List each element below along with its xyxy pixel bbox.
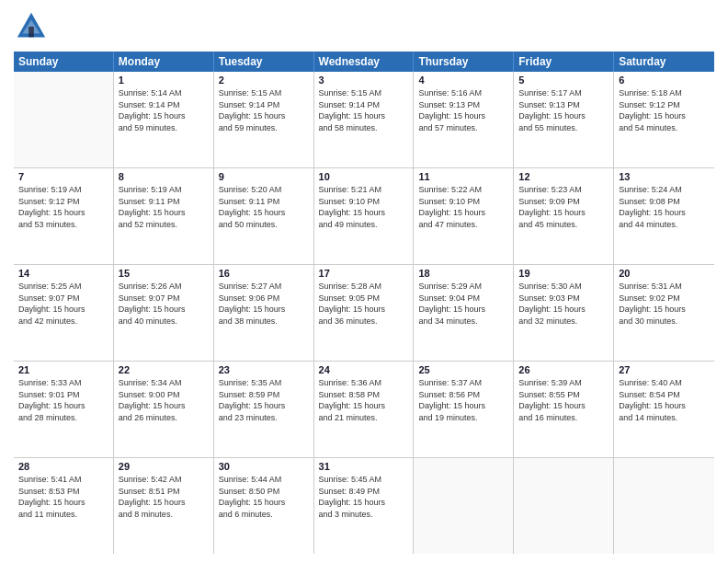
cal-row-3: 21Sunrise: 5:33 AM Sunset: 9:01 PM Dayli… xyxy=(14,362,714,458)
day-info: Sunrise: 5:34 AM Sunset: 9:00 PM Dayligh… xyxy=(119,377,209,423)
day-info: Sunrise: 5:18 AM Sunset: 9:12 PM Dayligh… xyxy=(619,87,710,133)
cal-cell-9: 9Sunrise: 5:20 AM Sunset: 9:11 PM Daylig… xyxy=(214,168,314,264)
cal-cell-24: 24Sunrise: 5:36 AM Sunset: 8:58 PM Dayli… xyxy=(314,362,415,457)
day-number: 3 xyxy=(319,75,409,86)
cal-cell-8: 8Sunrise: 5:19 AM Sunset: 9:11 PM Daylig… xyxy=(114,168,214,264)
cal-cell-21: 21Sunrise: 5:33 AM Sunset: 9:01 PM Dayli… xyxy=(14,362,114,457)
day-info: Sunrise: 5:45 AM Sunset: 8:49 PM Dayligh… xyxy=(319,474,409,520)
cal-cell-31: 31Sunrise: 5:45 AM Sunset: 8:49 PM Dayli… xyxy=(314,458,415,554)
cal-cell-18: 18Sunrise: 5:29 AM Sunset: 9:04 PM Dayli… xyxy=(414,265,514,361)
day-number: 29 xyxy=(119,461,209,472)
day-info: Sunrise: 5:33 AM Sunset: 9:01 PM Dayligh… xyxy=(18,377,108,423)
day-info: Sunrise: 5:30 AM Sunset: 9:03 PM Dayligh… xyxy=(518,281,609,327)
day-info: Sunrise: 5:19 AM Sunset: 9:12 PM Dayligh… xyxy=(18,184,108,230)
logo xyxy=(14,9,52,44)
day-info: Sunrise: 5:17 AM Sunset: 9:13 PM Dayligh… xyxy=(518,87,609,133)
cal-header-wednesday: Wednesday xyxy=(314,52,415,72)
cal-cell-5: 5Sunrise: 5:17 AM Sunset: 9:13 PM Daylig… xyxy=(514,72,614,167)
day-info: Sunrise: 5:39 AM Sunset: 8:55 PM Dayligh… xyxy=(518,377,609,423)
day-number: 30 xyxy=(219,461,309,472)
day-info: Sunrise: 5:26 AM Sunset: 9:07 PM Dayligh… xyxy=(119,281,209,327)
header xyxy=(14,9,714,44)
day-info: Sunrise: 5:20 AM Sunset: 9:11 PM Dayligh… xyxy=(219,184,309,230)
cal-row-0: 1Sunrise: 5:14 AM Sunset: 9:14 PM Daylig… xyxy=(14,72,714,168)
cal-row-1: 7Sunrise: 5:19 AM Sunset: 9:12 PM Daylig… xyxy=(14,168,714,265)
logo-icon xyxy=(14,9,49,44)
day-info: Sunrise: 5:40 AM Sunset: 8:54 PM Dayligh… xyxy=(619,377,710,423)
day-number: 22 xyxy=(119,364,209,375)
day-number: 31 xyxy=(319,461,409,472)
day-info: Sunrise: 5:15 AM Sunset: 9:14 PM Dayligh… xyxy=(219,87,309,133)
cal-header-tuesday: Tuesday xyxy=(214,52,314,72)
page: SundayMondayTuesdayWednesdayThursdayFrid… xyxy=(0,0,728,563)
cal-header-thursday: Thursday xyxy=(414,52,514,72)
day-info: Sunrise: 5:37 AM Sunset: 8:56 PM Dayligh… xyxy=(418,377,508,423)
cal-header-monday: Monday xyxy=(114,52,214,72)
day-number: 8 xyxy=(119,171,209,182)
cal-cell-3: 3Sunrise: 5:15 AM Sunset: 9:14 PM Daylig… xyxy=(314,72,415,167)
day-number: 1 xyxy=(119,75,209,86)
cal-cell-22: 22Sunrise: 5:34 AM Sunset: 9:00 PM Dayli… xyxy=(114,362,214,457)
cal-cell-2: 2Sunrise: 5:15 AM Sunset: 9:14 PM Daylig… xyxy=(214,72,314,167)
day-info: Sunrise: 5:41 AM Sunset: 8:53 PM Dayligh… xyxy=(18,474,108,520)
cal-header-sunday: Sunday xyxy=(14,52,114,72)
cal-cell-13: 13Sunrise: 5:24 AM Sunset: 9:08 PM Dayli… xyxy=(614,168,714,264)
cal-cell-empty-4-4 xyxy=(414,458,514,554)
day-number: 24 xyxy=(319,364,409,375)
cal-cell-30: 30Sunrise: 5:44 AM Sunset: 8:50 PM Dayli… xyxy=(214,458,314,554)
day-info: Sunrise: 5:25 AM Sunset: 9:07 PM Dayligh… xyxy=(18,281,108,327)
cal-cell-28: 28Sunrise: 5:41 AM Sunset: 8:53 PM Dayli… xyxy=(14,458,114,554)
day-info: Sunrise: 5:15 AM Sunset: 9:14 PM Dayligh… xyxy=(319,87,409,133)
calendar-header: SundayMondayTuesdayWednesdayThursdayFrid… xyxy=(14,52,714,72)
day-number: 9 xyxy=(219,171,309,182)
day-info: Sunrise: 5:19 AM Sunset: 9:11 PM Dayligh… xyxy=(119,184,209,230)
day-number: 6 xyxy=(619,75,710,86)
day-number: 5 xyxy=(518,75,609,86)
day-info: Sunrise: 5:14 AM Sunset: 9:14 PM Dayligh… xyxy=(119,87,209,133)
day-number: 13 xyxy=(619,171,710,182)
day-number: 19 xyxy=(518,268,609,279)
cal-cell-14: 14Sunrise: 5:25 AM Sunset: 9:07 PM Dayli… xyxy=(14,265,114,361)
day-number: 21 xyxy=(18,364,108,375)
day-number: 20 xyxy=(619,268,710,279)
day-info: Sunrise: 5:21 AM Sunset: 9:10 PM Dayligh… xyxy=(319,184,409,230)
day-number: 25 xyxy=(418,364,508,375)
day-info: Sunrise: 5:31 AM Sunset: 9:02 PM Dayligh… xyxy=(619,281,710,327)
cal-cell-empty-4-6 xyxy=(614,458,714,554)
day-number: 23 xyxy=(219,364,309,375)
cal-cell-12: 12Sunrise: 5:23 AM Sunset: 9:09 PM Dayli… xyxy=(514,168,614,264)
calendar: SundayMondayTuesdayWednesdayThursdayFrid… xyxy=(14,52,714,554)
cal-cell-4: 4Sunrise: 5:16 AM Sunset: 9:13 PM Daylig… xyxy=(414,72,514,167)
day-number: 11 xyxy=(418,171,508,182)
cal-cell-27: 27Sunrise: 5:40 AM Sunset: 8:54 PM Dayli… xyxy=(614,362,714,457)
day-number: 18 xyxy=(418,268,508,279)
day-info: Sunrise: 5:36 AM Sunset: 8:58 PM Dayligh… xyxy=(319,377,409,423)
cal-header-saturday: Saturday xyxy=(614,52,714,72)
day-number: 4 xyxy=(418,75,508,86)
cal-cell-7: 7Sunrise: 5:19 AM Sunset: 9:12 PM Daylig… xyxy=(14,168,114,264)
day-number: 16 xyxy=(219,268,309,279)
day-info: Sunrise: 5:35 AM Sunset: 8:59 PM Dayligh… xyxy=(219,377,309,423)
day-info: Sunrise: 5:28 AM Sunset: 9:05 PM Dayligh… xyxy=(319,281,409,327)
day-info: Sunrise: 5:29 AM Sunset: 9:04 PM Dayligh… xyxy=(418,281,508,327)
cal-cell-20: 20Sunrise: 5:31 AM Sunset: 9:02 PM Dayli… xyxy=(614,265,714,361)
cal-cell-17: 17Sunrise: 5:28 AM Sunset: 9:05 PM Dayli… xyxy=(314,265,415,361)
day-info: Sunrise: 5:27 AM Sunset: 9:06 PM Dayligh… xyxy=(219,281,309,327)
cal-header-friday: Friday xyxy=(514,52,614,72)
day-info: Sunrise: 5:23 AM Sunset: 9:09 PM Dayligh… xyxy=(518,184,609,230)
cal-cell-15: 15Sunrise: 5:26 AM Sunset: 9:07 PM Dayli… xyxy=(114,265,214,361)
cal-cell-26: 26Sunrise: 5:39 AM Sunset: 8:55 PM Dayli… xyxy=(514,362,614,457)
day-info: Sunrise: 5:44 AM Sunset: 8:50 PM Dayligh… xyxy=(219,474,309,520)
day-number: 27 xyxy=(619,364,710,375)
cal-cell-11: 11Sunrise: 5:22 AM Sunset: 9:10 PM Dayli… xyxy=(414,168,514,264)
cal-cell-23: 23Sunrise: 5:35 AM Sunset: 8:59 PM Dayli… xyxy=(214,362,314,457)
day-number: 28 xyxy=(18,461,108,472)
calendar-body: 1Sunrise: 5:14 AM Sunset: 9:14 PM Daylig… xyxy=(14,72,714,554)
day-number: 12 xyxy=(518,171,609,182)
cal-cell-29: 29Sunrise: 5:42 AM Sunset: 8:51 PM Dayli… xyxy=(114,458,214,554)
day-number: 15 xyxy=(119,268,209,279)
cal-cell-1: 1Sunrise: 5:14 AM Sunset: 9:14 PM Daylig… xyxy=(114,72,214,167)
day-number: 17 xyxy=(319,268,409,279)
day-number: 10 xyxy=(319,171,409,182)
day-info: Sunrise: 5:22 AM Sunset: 9:10 PM Dayligh… xyxy=(418,184,508,230)
